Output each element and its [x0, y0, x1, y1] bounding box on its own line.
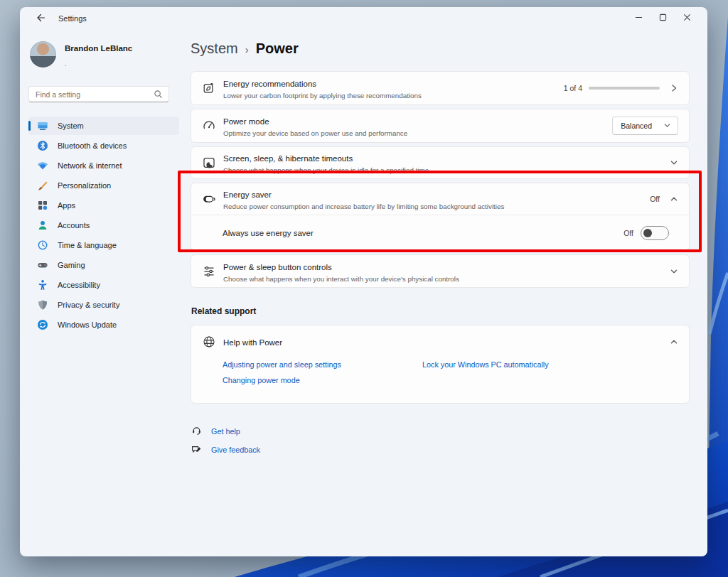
- power-mode-card: Power mode Optimize your device based on…: [191, 109, 690, 143]
- screen-sleep-icon: [202, 156, 216, 170]
- search-icon: [154, 90, 163, 99]
- card-title: Power & sleep button controls: [223, 263, 332, 271]
- maximize-icon: [659, 13, 667, 23]
- chevron-right-icon: [670, 84, 678, 92]
- gaming-icon: [37, 259, 48, 271]
- card-title: Screen, sleep, & hibernate timeouts: [223, 154, 353, 163]
- chevron-down-icon: [670, 158, 678, 167]
- always-use-energy-saver-toggle[interactable]: [641, 226, 669, 240]
- system-icon: [37, 120, 48, 131]
- toggle-state-label: Off: [623, 229, 633, 237]
- chevron-down-icon: [663, 119, 671, 132]
- sidebar-item-label: Privacy & security: [58, 301, 119, 309]
- sidebar-item-time-language[interactable]: Time & language: [28, 236, 179, 254]
- help-link-changing-power-mode[interactable]: Changing power mode: [223, 376, 422, 384]
- get-help-link[interactable]: Get help: [191, 425, 690, 437]
- profile-secondary: .: [65, 63, 132, 65]
- sidebar-item-accounts[interactable]: Accounts: [28, 216, 179, 234]
- card-subtitle: Choose what happens when your device is …: [223, 166, 660, 174]
- power-mode-selected: Balanced: [621, 122, 652, 130]
- close-button[interactable]: [675, 9, 699, 27]
- card-subtitle: Choose what happens when you interact wi…: [223, 275, 660, 283]
- screen-sleep-card[interactable]: Screen, sleep, & hibernate timeouts Choo…: [191, 146, 690, 179]
- energy-recommendations-card[interactable]: Energy recommendations Lower your carbon…: [191, 71, 690, 105]
- sidebar-item-label: Personalization: [58, 181, 111, 190]
- breadcrumb-parent[interactable]: System: [191, 41, 238, 57]
- sidebar-item-label: Bluetooth & devices: [58, 141, 127, 150]
- sidebar-item-personalization[interactable]: Personalization: [28, 176, 179, 195]
- power-sleep-buttons-card[interactable]: Power & sleep button controls Choose wha…: [191, 254, 690, 288]
- help-with-power-card: Help with Power Adjusting power and slee…: [191, 325, 690, 404]
- energy-recommendations-icon: [202, 81, 216, 95]
- titlebar: Settings: [20, 7, 707, 30]
- sidebar-item-label: Accounts: [58, 221, 90, 230]
- sidebar-item-accessibility[interactable]: Accessibility: [28, 276, 179, 294]
- card-subtitle: Reduce power consumption and increase ba…: [223, 203, 650, 210]
- close-icon: [683, 13, 691, 23]
- help-with-power-header[interactable]: Help with Power: [191, 325, 689, 357]
- personalization-icon: [37, 180, 48, 191]
- breadcrumb: System › Power: [191, 41, 690, 57]
- energy-saver-state: Off: [650, 195, 660, 203]
- sidebar-item-label: Accessibility: [58, 281, 100, 289]
- sidebar-item-apps[interactable]: Apps: [28, 196, 179, 215]
- related-support-heading: Related support: [191, 306, 690, 316]
- privacy-icon: [37, 299, 48, 311]
- always-use-energy-saver-row: Always use energy saver Off: [191, 215, 689, 250]
- bluetooth-icon: [37, 140, 48, 151]
- get-help-icon: [191, 425, 203, 437]
- sidebar-item-system[interactable]: System: [28, 117, 179, 135]
- back-arrow-icon: [36, 13, 46, 25]
- chevron-down-icon: [670, 267, 678, 276]
- windows-update-icon: [37, 319, 48, 330]
- sidebar-item-bluetooth-devices[interactable]: Bluetooth & devices: [28, 136, 179, 155]
- energy-saver-icon: [202, 192, 216, 206]
- card-title: Help with Power: [223, 338, 282, 347]
- sidebar-item-gaming[interactable]: Gaming: [28, 256, 179, 274]
- sidebar-item-label: System: [58, 122, 84, 130]
- window-controls: [626, 9, 699, 27]
- help-link-lock-pc[interactable]: Lock your Windows PC automatically: [422, 360, 549, 369]
- breadcrumb-separator: ›: [245, 43, 249, 55]
- profile-name: Brandon LeBlanc: [65, 44, 132, 53]
- footer-links: Get help Give feedback: [191, 425, 690, 455]
- card-title: Energy recommendations: [223, 80, 316, 88]
- energy-saver-card: Energy saver Reduce power consumption an…: [191, 183, 690, 251]
- give-feedback-label: Give feedback: [211, 446, 260, 454]
- sidebar: Brandon LeBlanc . System Bluetooth & dev…: [20, 30, 191, 556]
- give-feedback-link[interactable]: Give feedback: [191, 443, 690, 455]
- search-input[interactable]: [29, 90, 154, 99]
- sidebar-item-windows-update[interactable]: Windows Update: [28, 316, 179, 334]
- minimize-button[interactable]: [626, 9, 651, 27]
- sidebar-item-label: Apps: [58, 201, 75, 210]
- card-subtitle: Optimize your device based on power use …: [223, 129, 612, 137]
- sidebar-item-privacy-security[interactable]: Privacy & security: [28, 296, 179, 314]
- accessibility-icon: [37, 279, 48, 291]
- sidebar-item-label: Gaming: [58, 261, 85, 269]
- main-content: System › Power Energy recommendations Lo…: [191, 30, 690, 556]
- maximize-button[interactable]: [651, 9, 675, 27]
- sidebar-item-label: Network & internet: [58, 161, 122, 170]
- globe-icon: [202, 335, 216, 349]
- window-title: Settings: [58, 14, 87, 23]
- energy-saver-header[interactable]: Energy saver Reduce power consumption an…: [191, 183, 689, 215]
- chevron-up-icon: [670, 338, 678, 346]
- accounts-icon: [37, 220, 48, 231]
- power-mode-dropdown[interactable]: Balanced: [612, 117, 678, 135]
- page-title: Power: [256, 41, 299, 57]
- minimize-icon: [635, 13, 643, 23]
- power-sleep-controls-icon: [202, 264, 216, 279]
- give-feedback-icon: [191, 443, 203, 455]
- help-link-adjusting-power[interactable]: Adjusting power and sleep settings: [223, 360, 422, 369]
- sidebar-item-network-internet[interactable]: Network & internet: [28, 156, 179, 175]
- settings-cards: Energy recommendations Lower your carbon…: [191, 71, 690, 288]
- time-language-icon: [37, 239, 48, 251]
- card-title: Power mode: [223, 117, 269, 126]
- user-profile[interactable]: Brandon LeBlanc .: [30, 41, 191, 68]
- chevron-up-icon: [670, 195, 678, 203]
- search-box: [28, 86, 169, 102]
- back-button[interactable]: [31, 11, 50, 26]
- progress-label: 1 of 4: [564, 84, 582, 92]
- sidebar-nav: System Bluetooth & devices Network & int…: [28, 117, 191, 334]
- help-links: Adjusting power and sleep settings Lock …: [191, 357, 689, 403]
